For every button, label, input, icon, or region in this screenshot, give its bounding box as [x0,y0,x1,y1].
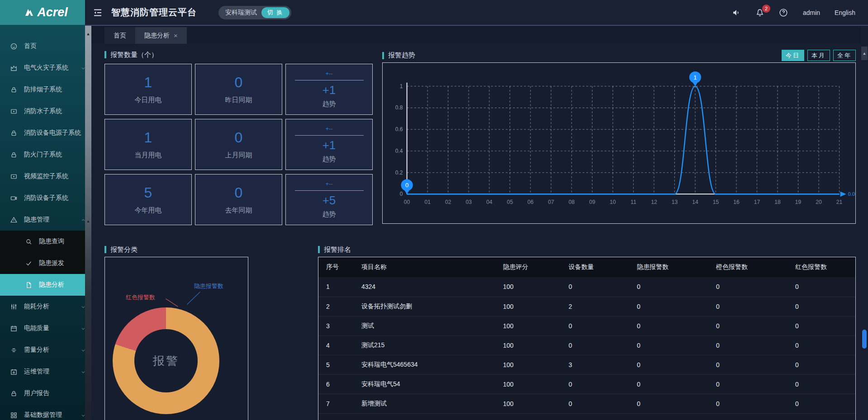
table-cell: 0 [708,297,787,316]
svg-text:21: 21 [836,199,843,205]
stat-label: 趋势 [323,210,336,219]
sidebar-item-15[interactable]: 运维管理 [0,361,91,382]
svg-text:19: 19 [795,199,802,205]
scroll-up-icon[interactable]: ▲ [85,32,91,36]
stat-card-4: 0上月同期 [195,119,282,170]
tab-0[interactable]: 首页 [104,27,135,44]
sidebar-scrollbar[interactable]: ▲ ▲ [85,26,91,420]
stat-label: 昨日同期 [225,96,252,104]
section-title-text: 报警数量（个） [110,51,158,59]
range-button-2[interactable]: 全年 [833,50,856,61]
table-cell: 2 [561,297,629,316]
sidebar-item-4[interactable]: 消防设备电源子系统 [0,122,91,144]
svg-text:0: 0 [405,182,408,189]
table-cell: 0 [787,374,855,394]
sidebar-item-0[interactable]: 首页 [0,35,91,57]
help-icon[interactable] [778,8,788,18]
stat-label: 今年用电 [135,206,162,215]
table-cell: 1 [318,277,354,297]
table-cell: 设备拓扑测试勿删 [354,297,495,316]
table-cell: 0 [629,374,708,394]
column-header: 设备数量 [561,257,629,277]
scrollbar-thumb[interactable] [862,330,867,349]
table-cell: 4 [318,335,354,355]
sidebar-item-11[interactable]: 隐患分析 [0,274,91,296]
sidebar-item-6[interactable]: 视频监控子系统 [0,165,91,187]
switch-project-button[interactable]: 切 换 [261,7,289,18]
video-icon [10,108,18,115]
stat-label: 趋势 [323,155,336,164]
legend-red-alarm-label: 红色报警数 [126,293,155,302]
table-cell: 100 [495,297,561,316]
table-cell: 安科瑞电气5465634 [354,355,495,374]
table-cell: 100 [495,355,561,374]
sidebar-item-7[interactable]: 消防设备子系统 [0,187,91,209]
table-row[interactable]: 6安科瑞电气541000000 [318,374,855,394]
table-row[interactable]: 2设备拓扑测试勿删1002000 [318,297,855,316]
stat-card-1: 0昨日同期 [195,64,282,115]
table-row[interactable]: 143241000000 [318,277,855,297]
page-scrollbar[interactable]: ▲ [861,26,868,420]
tab-1[interactable]: 隐患分析× [135,27,187,44]
stat-label: 当月用电 [135,151,162,160]
sidebar-item-8[interactable]: 隐患管理 [0,209,91,231]
sidebar-item-16[interactable]: 用户报告 [0,382,91,404]
close-icon[interactable]: × [174,32,178,39]
table-cell: 100 [495,316,561,335]
range-button-0[interactable]: 今日 [782,50,804,61]
menu-fold-icon[interactable] [92,7,103,18]
volume-icon[interactable] [731,8,741,18]
table-cell: 0 [708,355,787,374]
svg-text:00: 00 [404,199,410,205]
search-icon [25,238,33,245]
stat-value: +1 [323,83,336,97]
axis-end-label: 0.05 [848,191,855,197]
sidebar-item-label: 消防水子系统 [24,107,86,115]
logo-mark-icon [24,7,34,18]
calendar2-icon [10,368,18,376]
stat-value: 0 [235,129,243,146]
sidebar-item-14[interactable]: 需量分析 [0,339,91,361]
svg-text:15: 15 [713,199,719,205]
sidebar-item-9[interactable]: 隐患查询 [0,231,91,252]
sidebar-item-2[interactable]: 防排烟子系统 [0,79,91,100]
sidebar-item-13[interactable]: 电能质量 [0,317,91,339]
table-cell: 6 [318,374,354,394]
stat-label: 趋势 [323,100,336,109]
range-button-1[interactable]: 本月 [807,50,830,61]
app-root: Acrel 首页电气火灾子系统防排烟子系统消防水子系统消防设备电源子系统防火门子… [0,0,868,420]
page-title: 智慧消防管理云平台 [111,6,197,19]
stat-value: 1 [144,74,152,91]
alarm-category-section: 报警分类 报警 隐患报警数 红色报警数 [104,245,248,420]
scroll-up-icon[interactable]: ▲ [861,47,868,60]
sidebar-item-1[interactable]: 电气火灾子系统 [0,57,91,79]
table-cell: 100 [495,374,561,394]
sidebar-item-5[interactable]: 防火门子系统 [0,144,91,165]
doc-icon [25,281,33,289]
body-row: ▲ ▲ 首页隐患分析× 报警数量（个） 1今日用电0昨日同期+--+1趋势1当月… [85,25,868,420]
column-header: 红色报警数 [787,257,855,277]
lock-icon [10,390,18,397]
table-row[interactable]: 7新增测试1000000 [318,394,855,413]
bell-icon[interactable]: 2 [755,8,765,18]
scroll-up-icon[interactable]: ▲ [85,219,91,223]
stat-card-7: 0去年同期 [195,174,282,225]
sidebar-item-10[interactable]: 隐患派发 [0,252,91,274]
svg-text:18: 18 [774,199,781,205]
table-row[interactable]: 3测试1000000 [318,316,855,335]
svg-text:12: 12 [651,199,657,205]
sidebar-item-12[interactable]: 能耗分析 [0,296,91,317]
legend-hidden-alarm-label: 隐患报警数 [194,282,223,290]
sidebar-item-3[interactable]: 消防水子系统 [0,100,91,122]
section-title-text: 报警分类 [110,245,138,254]
table-row[interactable]: 4测试2151000000 [318,335,855,355]
user-menu[interactable]: admin [803,9,820,16]
stat-label: 今日用电 [135,96,162,104]
language-toggle[interactable]: English [835,9,855,16]
sidebar-item-17[interactable]: 基础数据管理 [0,404,91,420]
sidebar-item-label: 需量分析 [24,346,81,354]
svg-text:1: 1 [400,83,403,90]
sidebar-item-label: 电能质量 [24,324,81,332]
table-cell: 0 [708,394,787,413]
table-row[interactable]: 5安科瑞电气54656341003000 [318,355,855,374]
